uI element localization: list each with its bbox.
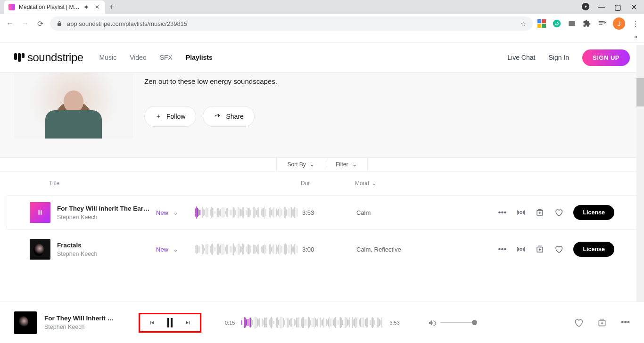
svg-rect-0	[537, 19, 541, 23]
tab-audio-icon[interactable]	[83, 4, 90, 10]
track-more-icon[interactable]: •••	[498, 245, 507, 254]
reading-list-icon[interactable]	[598, 19, 606, 28]
nav-video[interactable]: Video	[130, 54, 147, 61]
svg-point-8	[520, 212, 522, 214]
track-row[interactable]: Fractals Stephen Keech New ⌄ 3:00 Calm, …	[7, 232, 637, 267]
license-button[interactable]: License	[573, 242, 614, 257]
bookmark-star-icon[interactable]: ☆	[520, 20, 526, 27]
player-favorite-icon[interactable]	[574, 318, 583, 327]
track-title[interactable]: Fractals	[57, 242, 156, 249]
nav-reload-icon[interactable]: ⟳	[35, 19, 45, 28]
svg-rect-2	[537, 24, 541, 28]
window-close-icon[interactable]: ✕	[630, 3, 637, 12]
share-label: Share	[226, 113, 243, 120]
svg-rect-5	[569, 21, 575, 26]
nav-forward-icon[interactable]: →	[20, 19, 30, 28]
sort-label: Sort By	[287, 161, 305, 168]
svg-point-4	[553, 20, 561, 28]
player-total: 3:53	[389, 320, 399, 326]
follow-label: Follow	[166, 113, 185, 120]
lock-icon	[57, 21, 62, 26]
svg-point-10	[520, 248, 522, 251]
col-title: Title	[23, 180, 301, 187]
ext-generic-icon[interactable]	[568, 19, 576, 28]
track-similar-icon[interactable]	[517, 245, 525, 253]
svg-rect-1	[542, 19, 546, 23]
track-tag-dropdown[interactable]: New ⌄	[156, 209, 189, 216]
playlist-hero: Zen out to these low energy soundscapes.…	[0, 73, 644, 157]
share-button[interactable]: Share	[203, 106, 254, 127]
chevron-down-icon: ⌄	[173, 246, 178, 253]
overflow-chevron-icon[interactable]: »	[634, 33, 637, 40]
chevron-down-icon: ⌄	[372, 180, 377, 187]
track-waveform[interactable]	[189, 206, 302, 219]
browser-tab[interactable]: Meditation Playlist | Music Li ✕	[4, 0, 105, 14]
nav-back-icon[interactable]: ←	[5, 19, 15, 28]
prev-track-button[interactable]	[149, 319, 155, 326]
address-row: ← → ⟳ app.soundstripe.com/playlists/musi…	[0, 14, 644, 33]
nav-music[interactable]: Music	[99, 54, 117, 61]
nav-playlists[interactable]: Playlists	[186, 54, 213, 61]
chevron-down-icon: ⌄	[310, 161, 314, 168]
col-duration: Dur	[301, 180, 355, 187]
filter-dropdown[interactable]: Filter ⌄	[325, 157, 367, 172]
track-favorite-icon[interactable]	[554, 245, 563, 253]
window-maximize-icon[interactable]: ▢	[614, 3, 621, 12]
profile-avatar[interactable]: J	[613, 17, 625, 30]
follow-button[interactable]: ＋ Follow	[144, 106, 196, 127]
main-nav: Music Video SFX Playlists	[99, 54, 213, 61]
sort-by-dropdown[interactable]: Sort By ⌄	[277, 157, 324, 172]
track-add-to-playlist-icon[interactable]	[536, 245, 544, 253]
track-duration: 3:53	[302, 209, 356, 216]
sign-up-button[interactable]: SIGN UP	[582, 49, 630, 66]
share-icon	[214, 113, 221, 120]
nav-sfx[interactable]: SFX	[160, 54, 173, 61]
site-header: soundstripe Music Video SFX Playlists Li…	[0, 42, 644, 73]
track-thumbnail[interactable]	[30, 239, 50, 260]
browser-menu-icon[interactable]: ⋮	[632, 19, 639, 28]
brand-logo[interactable]: soundstripe	[14, 51, 83, 64]
sign-in-link[interactable]: Sign In	[548, 54, 569, 61]
col-mood[interactable]: Mood⌄	[355, 180, 621, 187]
player-track-title[interactable]: For They Will Inherit …	[44, 315, 124, 322]
track-add-to-playlist-icon[interactable]	[536, 208, 544, 217]
track-row[interactable]: For They Will Inherit The Ear… Stephen K…	[7, 195, 637, 230]
ext-google-icon[interactable]	[537, 19, 546, 28]
play-pause-button[interactable]	[167, 318, 173, 327]
track-favorite-icon[interactable]	[554, 208, 563, 217]
track-thumbnail[interactable]	[30, 202, 50, 223]
svg-rect-6	[39, 210, 40, 214]
track-waveform[interactable]	[189, 243, 302, 256]
brand-text: soundstripe	[27, 51, 83, 64]
track-tag-dropdown[interactable]: New ⌄	[156, 246, 189, 253]
page-scrollbar[interactable]	[636, 45, 644, 343]
volume-slider[interactable]	[440, 322, 477, 323]
filter-label: Filter	[336, 161, 348, 168]
extensions-icon[interactable]	[583, 19, 591, 28]
tab-close-icon[interactable]: ✕	[94, 4, 100, 10]
track-title[interactable]: For They Will Inherit The Ear…	[57, 205, 156, 212]
player-thumbnail[interactable]	[14, 311, 37, 334]
player-more-icon[interactable]: •••	[621, 318, 630, 327]
track-artist[interactable]: Stephen Keech	[57, 214, 156, 220]
track-similar-icon[interactable]	[517, 208, 525, 217]
volume-control[interactable]	[428, 319, 477, 327]
window-minimize-icon[interactable]: —	[598, 3, 605, 12]
track-mood: Calm	[356, 209, 455, 216]
extension-badge-icon[interactable]: ▾	[582, 3, 589, 10]
ext-grammarly-icon[interactable]	[553, 19, 561, 28]
live-chat-link[interactable]: Live Chat	[507, 54, 535, 61]
player-waveform[interactable]	[241, 315, 383, 331]
track-artist[interactable]: Stephen Keech	[57, 251, 156, 257]
track-more-icon[interactable]: •••	[498, 208, 507, 217]
next-track-button[interactable]	[185, 319, 191, 326]
player-track-artist[interactable]: Stephen Keech	[44, 324, 124, 330]
chevron-down-icon: ⌄	[173, 209, 178, 216]
list-toolbar: Sort By ⌄ Filter ⌄	[0, 157, 644, 172]
browser-tab-bar: Meditation Playlist | Music Li ✕ + ▾ — ▢…	[0, 0, 644, 14]
player-add-to-playlist-icon[interactable]	[597, 318, 607, 327]
address-bar[interactable]: app.soundstripe.com/playlists/music/2398…	[50, 16, 533, 31]
license-button[interactable]: License	[573, 205, 614, 220]
track-mood: Calm, Reflective	[356, 246, 455, 253]
new-tab-button[interactable]: +	[105, 0, 118, 14]
